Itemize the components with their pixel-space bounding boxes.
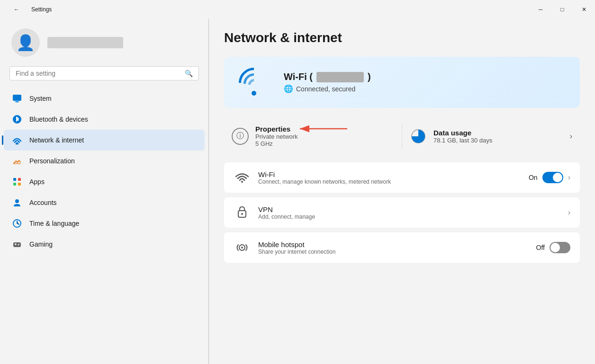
sidebar-item-gaming[interactable]: Gaming [4,234,205,255]
system-icon [11,93,23,104]
wifi-hero-card: Wi-Fi ( ) 🌐 Connected, secured [224,57,580,108]
vpn-row[interactable]: VPN Add, connect, manage › [224,197,580,228]
user-icon: 👤 [16,34,35,52]
profile-name-blur [47,37,123,48]
wifi-graphic [237,68,270,97]
data-usage-title: Data usage [433,129,492,137]
svg-rect-13 [15,243,16,245]
app-title: Settings [31,6,52,13]
wifi-row[interactable]: Wi-Fi Connect, manage known networks, me… [224,162,580,193]
close-button[interactable]: ✕ [573,2,595,17]
vpn-row-text: VPN Add, connect, manage [258,205,560,220]
sidebar-item-apps[interactable]: Apps [4,171,205,192]
vpn-row-icon [234,204,251,221]
wifi-row-sub: Connect, manage known networks, metered … [258,178,521,185]
svg-point-3 [17,143,18,145]
profile-section: 👤 [0,19,208,66]
time-icon [11,218,23,229]
accounts-icon [11,197,23,208]
wifi-settings-card: Wi-Fi Connect, manage known networks, me… [224,162,580,193]
hotspot-row-sub: Share your internet connection [258,249,529,255]
back-button[interactable]: ← [6,2,27,17]
wifi-label-prefix: Wi-Fi ( [284,71,313,82]
hotspot-status-label: Off [536,244,545,251]
apps-icon [11,176,23,187]
vpn-row-right: › [568,208,570,217]
maximize-button[interactable]: □ [551,2,573,17]
properties-text: Properties Private network 5 GHz [255,125,298,147]
vpn-row-sub: Add, connect, manage [258,213,560,220]
properties-card[interactable]: ⓘ Properties Private network 5 GHz [224,119,402,153]
hotspot-row[interactable]: Mobile hotspot Share your internet conne… [224,232,580,263]
wifi-row-chevron: › [568,173,570,182]
hotspot-row-icon [234,239,251,256]
data-usage-chevron: › [570,132,572,141]
svg-point-20 [241,213,243,215]
wifi-row-text: Wi-Fi Connect, manage known networks, me… [258,170,521,185]
hotspot-toggle-thumb [550,243,560,252]
hotspot-settings-card: Mobile hotspot Share your internet conne… [224,232,580,263]
svg-point-18 [241,181,243,183]
wifi-label-suffix: ) [368,71,371,82]
sidebar-item-network[interactable]: Network & internet [4,130,205,151]
hotspot-row-text: Mobile hotspot Share your internet conne… [258,240,529,255]
svg-point-9 [15,199,19,203]
vpn-settings-card: VPN Add, connect, manage › [224,197,580,228]
sidebar: 👤 🔍 System Bluetooth & dev [0,19,208,364]
sidebar-item-apps-label: Apps [29,178,45,186]
svg-rect-4 [13,163,21,164]
bluetooth-icon [11,114,23,125]
data-usage-icon [410,128,427,145]
search-icon: 🔍 [185,70,193,77]
minimize-button[interactable]: ─ [530,2,551,17]
sidebar-item-personalization[interactable]: Personalization [4,151,205,171]
globe-icon: 🌐 [284,84,293,93]
hotspot-row-title: Mobile hotspot [258,240,529,249]
svg-rect-7 [13,183,16,186]
search-container: 🔍 [0,66,208,88]
titlebar-left: ← Settings [6,2,52,17]
wifi-toggle-thumb [553,173,562,182]
titlebar: ← Settings ─ □ ✕ [0,0,595,19]
properties-icon: ⓘ [232,128,249,145]
wifi-name-blur [316,72,364,82]
svg-rect-6 [18,178,21,181]
wifi-row-title: Wi-Fi [258,170,521,178]
wifi-row-right: On › [529,172,570,183]
wifi-name: Wi-Fi ( ) [284,71,371,82]
nav-list: System Bluetooth & devices Network [0,88,208,255]
sidebar-item-bluetooth[interactable]: Bluetooth & devices [4,109,205,130]
data-usage-sub: 78.1 GB, last 30 days [433,137,492,144]
data-usage-card[interactable]: Data usage 78.1 GB, last 30 days › [402,119,580,153]
right-panel: Network & internet Wi-Fi ( ) 🌐 Connected… [209,19,595,364]
svg-point-14 [18,244,19,245]
sidebar-item-network-label: Network & internet [29,136,84,144]
sidebar-item-accounts-label: Accounts [29,199,57,206]
sidebar-item-personalization-label: Personalization [29,157,75,165]
wifi-status: 🌐 Connected, secured [284,84,371,93]
svg-rect-8 [18,183,21,186]
wifi-status-label: On [529,174,538,181]
gaming-icon [11,239,23,250]
sidebar-item-bluetooth-label: Bluetooth & devices [29,115,88,123]
wifi-info: Wi-Fi ( ) 🌐 Connected, secured [284,71,371,93]
hotspot-toggle[interactable] [550,242,570,253]
svg-point-22 [241,247,243,249]
sidebar-item-system[interactable]: System [4,88,205,109]
sidebar-item-time[interactable]: Time & language [4,213,205,234]
sidebar-item-time-label: Time & language [29,220,79,227]
wifi-row-icon [234,169,251,186]
vpn-row-title: VPN [258,205,560,213]
svg-rect-11 [13,242,21,247]
svg-point-15 [18,245,19,246]
vpn-row-chevron: › [568,208,570,217]
sidebar-item-accounts[interactable]: Accounts [4,192,205,213]
search-input[interactable] [16,70,181,77]
wifi-dot [252,91,256,96]
properties-sub1: Private network [255,133,298,140]
avatar: 👤 [11,28,40,57]
search-box[interactable]: 🔍 [9,66,199,80]
network-icon [11,134,23,146]
wifi-toggle[interactable] [542,172,563,183]
svg-rect-1 [15,101,19,102]
